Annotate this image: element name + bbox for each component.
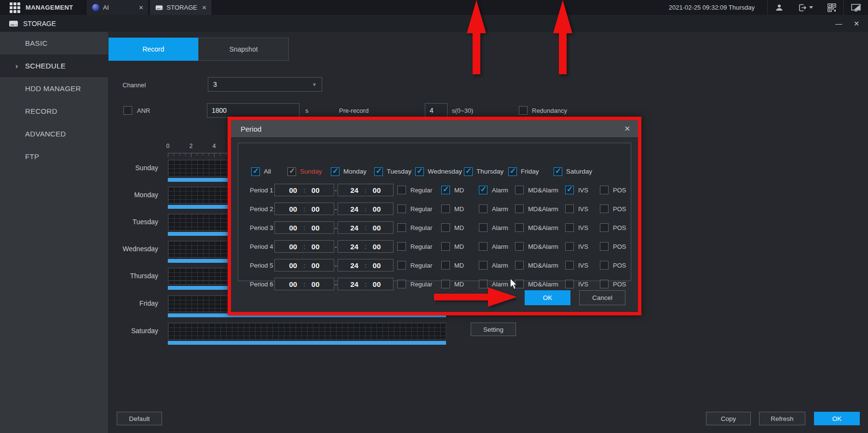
tab-record[interactable]: Record — [108, 38, 198, 61]
regular-checkbox[interactable] — [397, 223, 406, 232]
setting-button[interactable]: Setting — [471, 323, 516, 336]
annotation-arrow-alarm — [467, 0, 486, 74]
pre-record-label: Pre-record — [339, 107, 368, 114]
ivs-checkbox[interactable] — [565, 261, 574, 270]
end-time-input[interactable]: 24:00 — [338, 240, 393, 253]
anr-unit: s — [305, 107, 309, 114]
pos-checkbox[interactable] — [600, 204, 609, 213]
datetime-label: 2021-02-25 09:32:09 Thursday — [656, 4, 767, 11]
md-alarm-checkbox[interactable] — [515, 186, 524, 194]
period-row-2: Period 2 00:00 - 24:00 Regular MD Alarm … — [250, 203, 634, 215]
screen: MANAGEMENT AI ✕ STORAGE ✕ 2021-02-25 09:… — [0, 0, 868, 433]
dialog-title-bar[interactable]: Period ✕ — [231, 120, 638, 138]
sidebar-item-basic[interactable]: BASIC — [0, 32, 108, 54]
pos-checkbox[interactable] — [600, 186, 609, 194]
alarm-checkbox[interactable] — [479, 242, 488, 251]
md-alarm-checkbox[interactable] — [515, 242, 524, 251]
sidebar-item-ftp[interactable]: FTP — [0, 145, 108, 168]
regular-checkbox[interactable] — [397, 204, 406, 213]
end-time-input[interactable]: 24:00 — [338, 184, 393, 196]
pos-checkbox[interactable] — [600, 261, 609, 270]
regular-checkbox[interactable] — [397, 242, 406, 251]
qr-code-button[interactable] — [820, 0, 843, 15]
end-time-input[interactable]: 24:00 — [338, 221, 393, 234]
md-alarm-checkbox[interactable] — [515, 261, 524, 270]
period-row-5: Period 5 00:00 - 24:00 Regular MD Alarm … — [250, 259, 634, 271]
alarm-checkbox[interactable] — [479, 186, 488, 194]
dialog-ok-button[interactable]: OK — [525, 290, 570, 305]
chevron-right-icon: › — [15, 62, 18, 70]
ivs-checkbox[interactable] — [565, 223, 574, 232]
default-button[interactable]: Default — [117, 412, 162, 425]
minimize-button[interactable]: — — [835, 20, 842, 27]
tab-ai[interactable]: AI ✕ — [86, 0, 149, 15]
ivs-checkbox[interactable] — [565, 186, 574, 194]
start-time-input[interactable]: 00:00 — [274, 278, 334, 290]
copy-button[interactable]: Copy — [706, 412, 751, 425]
start-time-input[interactable]: 00:00 — [274, 221, 334, 234]
management-label: MANAGEMENT — [26, 4, 73, 11]
close-button[interactable]: ✕ — [854, 20, 859, 27]
pos-checkbox[interactable] — [600, 242, 609, 251]
redundancy-checkbox[interactable] — [519, 106, 528, 115]
end-time-input[interactable]: 24:00 — [338, 259, 393, 271]
start-time-input[interactable]: 00:00 — [274, 240, 334, 253]
ivs-checkbox[interactable] — [565, 280, 574, 288]
window-title: STORAGE — [23, 20, 56, 27]
tab-snapshot[interactable]: Snapshot — [198, 38, 289, 61]
schedule-row-saturday: Saturday — [108, 323, 475, 350]
ivs-checkbox[interactable] — [565, 204, 574, 213]
pos-checkbox[interactable] — [600, 280, 609, 288]
start-time-input[interactable]: 00:00 — [274, 259, 334, 271]
sidebar-item-hdd-manager[interactable]: HDD MANAGER — [0, 77, 108, 100]
pos-checkbox[interactable] — [600, 223, 609, 232]
channel-select[interactable]: 3 ▼ — [208, 77, 322, 92]
close-icon[interactable]: ✕ — [624, 124, 630, 133]
management-home-button[interactable]: MANAGEMENT — [0, 0, 86, 15]
regular-checkbox[interactable] — [397, 261, 406, 270]
alarm-checkbox[interactable] — [479, 204, 488, 213]
md-checkbox[interactable] — [441, 242, 450, 251]
friday-checkbox[interactable] — [508, 167, 517, 176]
schedule-grid[interactable] — [168, 323, 446, 339]
thursday-checkbox[interactable] — [464, 167, 473, 176]
monday-checkbox[interactable] — [331, 167, 339, 176]
close-icon[interactable]: ✕ — [139, 4, 144, 11]
ok-button[interactable]: OK — [814, 412, 860, 425]
start-time-input[interactable]: 00:00 — [274, 184, 334, 196]
pre-record-input[interactable]: 4 — [425, 103, 448, 118]
dialog-cancel-button[interactable]: Cancel — [579, 290, 625, 305]
tab-storage[interactable]: STORAGE ✕ — [149, 0, 212, 15]
wednesday-checkbox[interactable] — [415, 167, 424, 176]
ivs-checkbox[interactable] — [565, 242, 574, 251]
md-alarm-checkbox[interactable] — [515, 223, 524, 232]
user-button[interactable] — [768, 0, 791, 15]
md-checkbox[interactable] — [441, 186, 450, 194]
anr-checkbox[interactable] — [123, 106, 132, 115]
regular-checkbox[interactable] — [397, 280, 406, 288]
end-time-input[interactable]: 24:00 — [338, 278, 393, 290]
anr-input[interactable]: 1800 — [207, 103, 299, 118]
start-time-input[interactable]: 00:00 — [274, 203, 334, 215]
period-rows: Period 1 00:00 - 24:00 Regular MD Alarm … — [250, 184, 634, 290]
refresh-button[interactable]: Refresh — [759, 412, 805, 425]
md-checkbox[interactable] — [441, 204, 450, 213]
alarm-checkbox[interactable] — [479, 261, 488, 270]
display-button[interactable] — [844, 0, 868, 15]
tuesday-checkbox[interactable] — [374, 167, 383, 176]
md-checkbox[interactable] — [441, 261, 450, 270]
close-icon[interactable]: ✕ — [202, 4, 207, 11]
sidebar-item-record[interactable]: RECORD — [0, 100, 108, 122]
regular-checkbox[interactable] — [397, 186, 406, 194]
dialog-title: Period — [241, 125, 261, 133]
sidebar-item-advanced[interactable]: ADVANCED — [0, 122, 108, 145]
logout-button[interactable] — [791, 0, 820, 15]
md-checkbox[interactable] — [441, 223, 450, 232]
alarm-checkbox[interactable] — [479, 223, 488, 232]
saturday-checkbox[interactable] — [554, 167, 562, 176]
sunday-checkbox — [287, 167, 296, 176]
end-time-input[interactable]: 24:00 — [338, 203, 393, 215]
md-alarm-checkbox[interactable] — [515, 204, 524, 213]
sidebar-item-schedule[interactable]: ›SCHEDULE — [0, 54, 108, 77]
all-checkbox[interactable] — [251, 167, 260, 176]
